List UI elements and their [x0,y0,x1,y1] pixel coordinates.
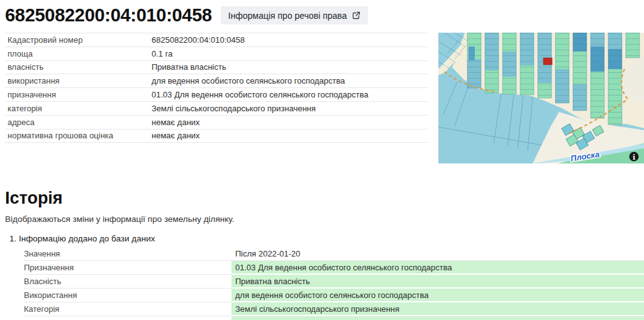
row-label: власність [5,62,152,72]
svg-text:i: i [633,153,635,162]
table-row: адресанемає даних [5,116,428,130]
row-value: 6825082200:04:010:0458 [152,35,428,45]
property-rights-button-label: Інформація про речові права [228,11,347,21]
row-value: Землі сільськогосподарського призначення [152,104,428,113]
history-heading: Історія [5,189,644,208]
table-row: Використаннядля ведення особистого селян… [24,289,644,302]
row-value: для ведення особистого селянського госпо… [152,76,428,86]
row-value: немає даних [152,118,428,127]
table-row: призначення01.03 Для ведення особистого … [5,88,428,102]
row-label: використання [5,76,152,86]
row-value: 01.03 Для ведення особистого селянського… [152,90,428,99]
row-label: нормативна грошова оцінка [5,131,152,140]
table-row: Кадастровий номер6825082200:04:010:0458 [5,33,428,47]
row-label: категорія [5,104,152,113]
row-value: Після 2022-01-20 [231,247,644,261]
history-entries-list: Інформацію додано до бази даних Значення… [0,234,644,320]
row-label: Значення [24,247,231,261]
row-label: призначення [5,90,152,99]
row-label: Власність [24,275,231,289]
row-value: 0.1 га [152,49,428,58]
row-label: Призначення [24,261,231,275]
row-value: 01.03 Для ведення особистого селянського… [231,261,644,275]
row-label: Нормативна грошова оцінка [24,316,231,320]
parcel-info-table: Кадастровий номер6825082200:04:010:0458 … [5,33,428,143]
table-row: категоріяЗемлі сільськогосподарського пр… [5,102,428,116]
row-value: немає даних [152,131,428,140]
row-label: адреса [5,118,152,127]
page-header: 6825082200:04:010:0458 Інформація про ре… [0,0,644,28]
property-rights-button[interactable]: Інформація про речові права [221,6,369,25]
row-value [231,316,644,320]
history-entry-title: Інформацію додано до бази даних [19,234,155,243]
external-link-icon [352,11,360,19]
table-row: нормативна грошова оцінканемає даних [5,130,428,143]
table-row: Нормативна грошова оцінка [24,316,644,320]
row-value: Землі сільськогосподарського призначення [231,302,644,316]
table-row: ВласністьПриватна власність [24,275,644,289]
main-content: Кадастровий номер6825082200:04:010:0458 … [0,33,644,170]
history-description: Відображаються зміни у інформації про зе… [5,214,644,224]
table-row: власністьПриватна власність [5,61,428,75]
row-label: площа [5,49,152,58]
cadastral-number-title: 6825082200:04:010:0458 [5,5,212,26]
row-value: Приватна власність [231,275,644,289]
row-label: Кадастровий номер [5,35,152,45]
table-row: використаннядля ведення особистого селян… [5,74,428,88]
history-entry: Інформацію додано до бази даних Значення… [19,234,644,320]
selected-parcel-highlight [543,58,552,65]
row-value: для ведення особистого селянського госпо… [231,289,644,302]
table-row: ЗначенняПісля 2022-01-20 [24,247,644,261]
table-row: Призначення01.03 Для ведення особистого … [24,261,644,275]
history-section: Історія Відображаються зміни у інформаці… [0,189,644,320]
row-label: Використання [24,289,231,302]
map-info-icon[interactable]: i [630,152,639,162]
table-row: КатегоріяЗемлі сільськогосподарського пр… [24,302,644,316]
row-label: Категорія [24,302,231,316]
table-row: площа0.1 га [5,47,428,61]
row-value: Приватна власність [152,62,428,72]
cadastral-map[interactable]: Плоска i [438,33,644,163]
history-change-table: ЗначенняПісля 2022-01-20 Призначення01.0… [24,247,644,320]
